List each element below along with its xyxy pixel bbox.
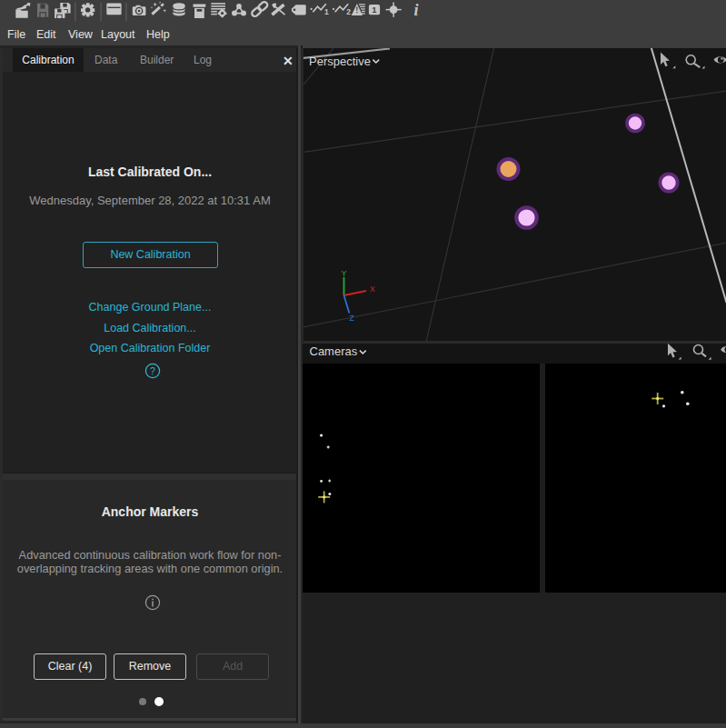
svg-text:Y: Y bbox=[342, 269, 347, 278]
svg-text:Z: Z bbox=[349, 314, 353, 323]
svg-text:X: X bbox=[370, 284, 375, 294]
svg-text:Perspective: Perspective bbox=[309, 55, 371, 68]
svg-text:2: 2 bbox=[346, 7, 351, 16]
svg-text:1: 1 bbox=[372, 5, 377, 15]
svg-text:Cameras: Cameras bbox=[310, 344, 358, 358]
svg-text:?: ? bbox=[150, 365, 155, 376]
svg-text:1: 1 bbox=[324, 7, 329, 16]
svg-text:i: i bbox=[414, 1, 419, 19]
